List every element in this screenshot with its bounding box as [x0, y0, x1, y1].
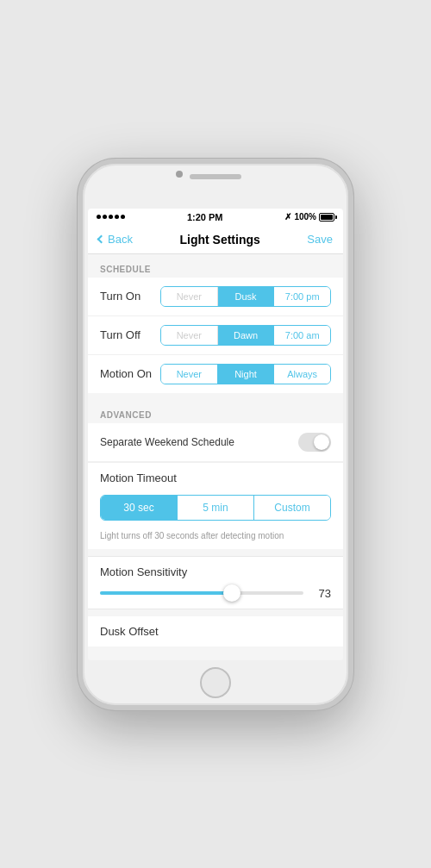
schedule-group: Turn On Never Dusk 7:00 pm Turn Off Neve… [88, 278, 343, 393]
chevron-left-icon [97, 235, 106, 244]
motion-timeout-row: 30 sec 5 min Custom [88, 488, 343, 528]
turn-off-row: Turn Off Never Dawn 7:00 am [88, 316, 343, 355]
turn-on-never-btn[interactable]: Never [161, 287, 218, 306]
timeout-30sec-btn[interactable]: 30 sec [101, 496, 178, 520]
phone-home-button[interactable] [200, 667, 231, 698]
status-time: 1:20 PM [187, 212, 223, 222]
turn-off-time-btn[interactable]: 7:00 am [274, 326, 330, 345]
motion-on-row: Motion On Never Night Always [88, 355, 343, 393]
motion-timeout-label: Motion Timeout [88, 462, 343, 488]
timeout-5min-btn[interactable]: 5 min [178, 496, 254, 520]
signal-dot-5 [121, 215, 125, 219]
turn-on-segmented: Never Dusk 7:00 pm [160, 286, 331, 307]
weekend-schedule-label: Separate Weekend Schedule [100, 436, 298, 448]
signal-bars [97, 215, 125, 219]
advanced-section-header: ADVANCED [88, 400, 343, 423]
sensitivity-slider-row: 73 [88, 584, 343, 609]
motion-night-btn[interactable]: Night [218, 365, 275, 384]
turn-off-dawn-btn[interactable]: Dawn [218, 326, 275, 345]
phone-frame: 1:20 PM ✗ 100% Back Light Settings Save … [78, 159, 353, 710]
screen: 1:20 PM ✗ 100% Back Light Settings Save … [88, 209, 343, 660]
status-bar: 1:20 PM ✗ 100% [88, 209, 343, 226]
motion-on-label: Motion On [100, 367, 152, 380]
weekend-schedule-toggle[interactable] [298, 433, 331, 452]
dusk-offset-label: Dusk Offset [100, 625, 159, 638]
signal-dot-3 [109, 215, 113, 219]
save-button[interactable]: Save [307, 233, 333, 246]
dusk-offset-row: Dusk Offset [88, 609, 343, 646]
sensitivity-slider-track[interactable] [100, 591, 303, 595]
motion-never-btn[interactable]: Never [161, 365, 218, 384]
timeout-custom-btn[interactable]: Custom [254, 496, 330, 520]
turn-off-label: Turn Off [100, 328, 152, 341]
turn-off-never-btn[interactable]: Never [161, 326, 218, 345]
motion-on-segmented: Never Night Always [160, 364, 331, 384]
signal-dot-1 [97, 215, 101, 219]
turn-on-time-btn[interactable]: 7:00 pm [274, 287, 330, 306]
back-label: Back [108, 233, 133, 246]
motion-always-btn[interactable]: Always [274, 365, 330, 384]
sensitivity-label: Motion Sensitivity [88, 557, 343, 584]
sensitivity-slider-thumb[interactable] [223, 584, 240, 602]
battery-icon [319, 213, 334, 222]
turn-on-label: Turn On [100, 290, 152, 303]
turn-on-row: Turn On Never Dusk 7:00 pm [88, 278, 343, 316]
schedule-section-header: SCHEDULE [88, 254, 343, 278]
signal-dot-4 [115, 215, 119, 219]
sensitivity-value: 73 [310, 587, 331, 600]
turn-off-segmented: Never Dawn 7:00 am [160, 325, 331, 346]
page-title: Light Settings [179, 233, 259, 247]
sensitivity-slider-fill [100, 591, 232, 595]
sensitivity-section: Motion Sensitivity 73 [88, 556, 343, 609]
status-right-group: ✗ 100% [284, 212, 334, 222]
advanced-group: Separate Weekend Schedule Motion Timeout… [88, 423, 343, 549]
phone-camera [176, 171, 183, 178]
motion-timeout-segmented: 30 sec 5 min Custom [100, 495, 331, 521]
bluetooth-icon: ✗ [284, 212, 291, 222]
weekend-schedule-row: Separate Weekend Schedule [88, 423, 343, 462]
battery-percent: 100% [294, 212, 316, 222]
timeout-description: Light turns off 30 seconds after detecti… [88, 528, 343, 549]
content-area: SCHEDULE Turn On Never Dusk 7:00 pm Turn… [88, 254, 343, 660]
back-button[interactable]: Back [98, 233, 133, 246]
turn-on-dusk-btn[interactable]: Dusk [218, 287, 275, 306]
nav-bar: Back Light Settings Save [88, 226, 343, 254]
battery-fill [321, 215, 333, 220]
signal-dot-2 [103, 215, 107, 219]
